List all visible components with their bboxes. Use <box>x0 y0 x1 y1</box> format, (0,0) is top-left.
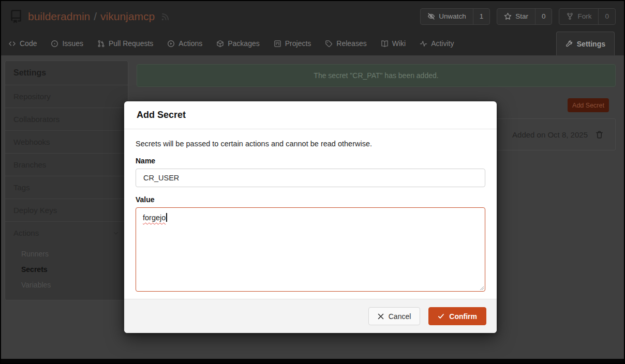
tab-pull-requests-label: Pull Requests <box>109 39 153 48</box>
issue-circle-icon <box>51 40 58 48</box>
star-label: Star <box>515 12 528 20</box>
modal-footer: Cancel Confirm <box>124 299 497 333</box>
fork-icon <box>566 12 574 20</box>
sidebar-item-collaborators[interactable]: Collaborators <box>5 108 128 130</box>
tab-code-label: Code <box>20 39 37 48</box>
tab-packages-label: Packages <box>228 39 259 48</box>
value-field-label: Value <box>136 195 485 204</box>
pull-request-icon <box>97 40 105 48</box>
tab-issues[interactable]: Issues <box>51 32 83 55</box>
tab-activity-label: Activity <box>431 39 454 48</box>
tab-wiki-label: Wiki <box>392 39 406 48</box>
modal-body: Secrets will be passed to certain action… <box>124 129 497 292</box>
sidebar-subitem-secrets[interactable]: Secrets <box>5 262 128 277</box>
secret-value-textarea[interactable]: forgejo <box>136 207 485 292</box>
tab-releases[interactable]: Releases <box>325 32 366 55</box>
fork-button[interactable]: Fork 0 <box>559 8 616 25</box>
check-icon <box>438 313 444 320</box>
window-bottom-edge <box>1 359 624 363</box>
tab-actions-label: Actions <box>178 39 202 48</box>
sidebar-item-deploy-keys[interactable]: Deploy Keys <box>5 199 128 221</box>
tab-packages[interactable]: Packages <box>216 32 259 55</box>
tab-projects[interactable]: Projects <box>274 32 311 55</box>
repo-action-buttons: Unwatch 1 Star 0 Fork <box>420 8 616 25</box>
add-secret-button-label: Add Secret <box>572 102 604 109</box>
breadcrumb-separator: / <box>94 10 97 23</box>
cancel-button-label: Cancel <box>389 312 411 321</box>
tab-code[interactable]: Code <box>8 32 37 55</box>
tab-wiki[interactable]: Wiki <box>381 32 406 55</box>
sidebar-item-tags[interactable]: Tags <box>5 176 128 199</box>
sidebar-item-branches[interactable]: Branches <box>5 153 128 176</box>
modal-header: Add Secret <box>124 101 497 129</box>
success-banner: The secret "CR_PAT" has been added. <box>137 64 616 87</box>
book-icon <box>381 40 389 48</box>
resize-handle[interactable] <box>479 285 484 290</box>
rss-icon[interactable] <box>161 12 170 21</box>
sidebar-title: Settings <box>5 61 128 85</box>
app-window: builderadmin / vikunjamcp Unwatch 1 <box>0 0 625 364</box>
sidebar-subitem-runners[interactable]: Runners <box>5 246 128 262</box>
tab-issues-label: Issues <box>62 39 83 48</box>
star-icon <box>504 12 512 20</box>
sidebar-item-repository[interactable]: Repository <box>5 85 128 108</box>
sidebar-actions-label: Actions <box>13 229 39 237</box>
tab-releases-label: Releases <box>336 39 366 48</box>
tab-pull-requests[interactable]: Pull Requests <box>97 32 153 55</box>
repo-header: builderadmin / vikunjamcp Unwatch 1 <box>1 1 624 32</box>
tools-icon <box>566 40 573 48</box>
code-icon <box>8 40 16 48</box>
tab-projects-label: Projects <box>285 39 311 48</box>
confirm-button[interactable]: Confirm <box>428 307 486 325</box>
repo-icon <box>9 10 23 23</box>
x-icon <box>378 313 384 320</box>
tab-actions[interactable]: Actions <box>167 32 202 55</box>
unwatch-label: Unwatch <box>439 12 466 20</box>
tab-settings-label: Settings <box>577 40 605 48</box>
modal-description: Secrets will be passed to certain action… <box>136 140 485 148</box>
play-circle-icon <box>167 40 175 48</box>
secret-name-input[interactable] <box>136 169 485 187</box>
repo-owner-link[interactable]: builderadmin <box>28 10 90 23</box>
project-board-icon <box>274 40 281 48</box>
sidebar-item-webhooks[interactable]: Webhooks <box>5 130 128 153</box>
unwatch-button[interactable]: Unwatch 1 <box>420 8 490 25</box>
secret-added-date: Added on Oct 8, 2025 <box>512 130 588 139</box>
sidebar-item-actions[interactable]: Actions <box>5 221 128 244</box>
star-count[interactable]: 0 <box>535 9 552 24</box>
tag-icon <box>325 40 333 48</box>
chevron-down-icon <box>112 230 120 237</box>
secret-value-text: forgejo <box>143 214 166 222</box>
fork-label: Fork <box>577 12 591 20</box>
add-secret-modal: Add Secret Secrets will be passed to cer… <box>124 101 497 333</box>
confirm-button-label: Confirm <box>449 312 477 321</box>
repo-name-link[interactable]: vikunjamcp <box>100 10 155 23</box>
eye-slash-icon <box>427 12 435 20</box>
settings-sidebar: Settings Repository Collaborators Webhoo… <box>5 60 128 300</box>
star-button[interactable]: Star 0 <box>497 8 552 25</box>
cancel-button[interactable]: Cancel <box>368 307 421 325</box>
success-banner-text: The secret "CR_PAT" has been added. <box>314 71 438 80</box>
pulse-icon <box>420 40 427 48</box>
repo-tab-bar: Code Issues Pull Requests Actions Packag… <box>1 32 624 56</box>
modal-title: Add Secret <box>137 110 186 120</box>
tab-activity[interactable]: Activity <box>420 32 454 55</box>
breadcrumb: builderadmin / vikunjamcp <box>28 10 155 23</box>
sidebar-subitem-variables[interactable]: Variables <box>5 277 128 293</box>
name-field-label: Name <box>136 157 485 165</box>
add-secret-button[interactable]: Add Secret <box>568 98 609 112</box>
watch-count[interactable]: 1 <box>473 9 490 24</box>
sidebar-actions-submenu: Runners Secrets Variables <box>5 244 128 300</box>
fork-count[interactable]: 0 <box>598 9 615 24</box>
tab-settings[interactable]: Settings <box>556 32 615 55</box>
trash-icon[interactable] <box>595 130 604 139</box>
text-caret <box>166 213 167 222</box>
package-icon <box>216 40 224 48</box>
